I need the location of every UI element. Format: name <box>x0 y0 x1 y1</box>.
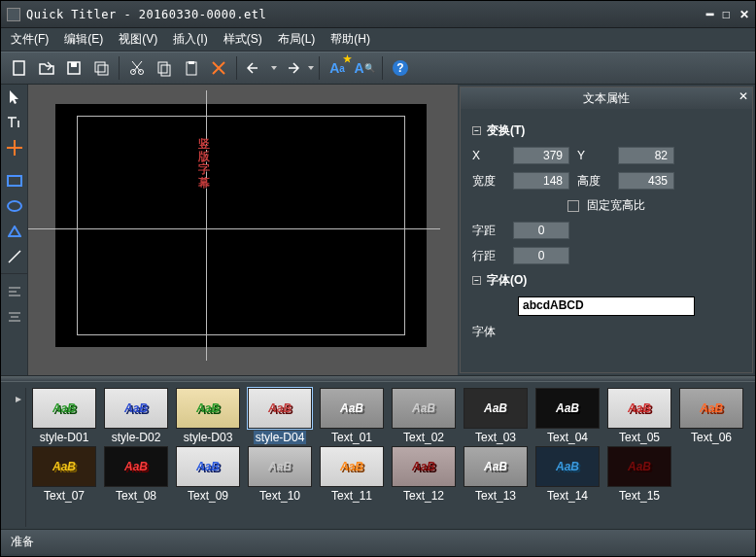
redo-dropdown[interactable] <box>308 66 314 70</box>
style-caption: style-D04 <box>254 431 307 444</box>
style-thumb: AaB <box>464 388 528 429</box>
delete-button[interactable] <box>206 55 231 81</box>
transform-group-header[interactable]: − 变换(T) <box>472 122 740 139</box>
style-preset-style-D04[interactable]: AaBstyle-D04 <box>246 388 314 444</box>
style-preset-style-D01[interactable]: AaBstyle-D01 <box>30 388 98 444</box>
style-picker-button[interactable]: Aa★ <box>325 55 350 81</box>
panel-header[interactable]: 文本属性 ✕ <box>461 87 752 109</box>
maximize-button[interactable]: □ <box>723 8 730 21</box>
y-input[interactable]: 82 <box>618 147 674 164</box>
style-gallery: ▸ AaBstyle-D01AaBstyle-D02AaBstyle-D03Aa… <box>1 381 755 529</box>
style-preset-Text_08[interactable]: AaBText_08 <box>102 446 170 503</box>
save-button[interactable] <box>61 55 86 81</box>
style-thumb: AaB <box>392 446 456 487</box>
menu-view[interactable]: 视图(V) <box>119 31 157 48</box>
style-preset-style-D03[interactable]: AaBstyle-D03 <box>174 388 242 444</box>
style-preset-Text_14[interactable]: AaBText_14 <box>533 446 601 503</box>
style-thumb: AaB <box>32 446 96 487</box>
canvas[interactable]: 竖 版 字 幕 <box>55 104 427 347</box>
open-button[interactable] <box>34 55 59 81</box>
style-thumb: AaB <box>535 388 600 429</box>
collapse-icon[interactable]: − <box>472 126 481 135</box>
zoom-fit-button[interactable]: A🔍 <box>352 55 377 81</box>
height-input[interactable]: 435 <box>618 172 674 190</box>
style-thumb: AaB <box>320 388 384 429</box>
style-preset-Text_05[interactable]: AaBText_05 <box>605 388 673 444</box>
copy-button[interactable] <box>152 55 177 81</box>
text-vertical-tool[interactable] <box>1 135 27 160</box>
style-caption: Text_05 <box>619 431 660 444</box>
style-caption: Text_04 <box>547 431 588 444</box>
width-label: 宽度 <box>472 173 505 190</box>
align-tool-1[interactable] <box>1 279 27 304</box>
style-thumb: AaB <box>32 388 96 429</box>
gallery-pin-icon[interactable]: ▸ <box>16 392 21 405</box>
title-text-object[interactable]: 竖 版 字 幕 <box>198 138 210 190</box>
menu-file[interactable]: 文件(F) <box>11 31 49 48</box>
svg-rect-7 <box>158 62 167 73</box>
menu-insert[interactable]: 插入(I) <box>173 31 207 48</box>
font-label: 字体 <box>472 324 505 340</box>
ellipse-tool[interactable] <box>1 193 27 219</box>
text-horizontal-tool[interactable] <box>1 110 27 135</box>
new-button[interactable] <box>7 55 32 81</box>
menubar: 文件(F) 编辑(E) 视图(V) 插入(I) 样式(S) 布局(L) 帮助(H… <box>1 28 755 52</box>
style-thumb: AaB <box>104 388 168 429</box>
menu-edit[interactable]: 编辑(E) <box>64 31 103 48</box>
width-input[interactable]: 148 <box>513 172 569 190</box>
style-preset-Text_11[interactable]: AaBText_11 <box>318 446 386 503</box>
select-tool[interactable] <box>1 85 27 110</box>
menu-style[interactable]: 样式(S) <box>223 31 262 48</box>
undo-button[interactable] <box>242 55 267 81</box>
panel-close-icon[interactable]: ✕ <box>739 89 748 103</box>
style-thumb: AaB <box>535 446 600 487</box>
align-tool-2[interactable] <box>1 304 27 330</box>
style-thumb: AaB <box>679 388 743 429</box>
font-group-header[interactable]: − 字体(O) <box>472 272 740 289</box>
style-preset-Text_09[interactable]: AaBText_09 <box>174 446 242 503</box>
triangle-tool[interactable] <box>1 219 27 244</box>
y-label: Y <box>577 149 610 162</box>
close-button[interactable]: ✕ <box>739 8 749 21</box>
style-caption: Text_09 <box>188 489 228 503</box>
app-icon <box>7 8 20 21</box>
style-preset-Text_01[interactable]: AaBText_01 <box>318 388 386 444</box>
menu-layout[interactable]: 布局(L) <box>278 31 316 48</box>
style-caption: Text_07 <box>44 489 85 503</box>
line-tool[interactable] <box>1 244 27 269</box>
style-preset-Text_13[interactable]: AaBText_13 <box>462 446 530 503</box>
style-preset-Text_04[interactable]: AaBText_04 <box>533 388 601 444</box>
style-preset-style-D02[interactable]: AaBstyle-D02 <box>102 388 170 444</box>
lock-aspect-label: 固定宽高比 <box>587 197 645 214</box>
style-preset-Text_10[interactable]: AaBText_10 <box>246 446 314 503</box>
style-thumb: AaB <box>607 446 671 487</box>
export-button[interactable] <box>88 55 114 81</box>
redo-button[interactable] <box>279 55 304 81</box>
style-caption: Text_15 <box>619 489 660 503</box>
style-preset-Text_15[interactable]: AaBText_15 <box>605 446 673 503</box>
collapse-icon[interactable]: − <box>472 276 481 285</box>
menu-help[interactable]: 帮助(H) <box>330 31 370 48</box>
x-input[interactable]: 379 <box>513 147 569 164</box>
style-caption: style-D03 <box>184 431 233 444</box>
statusbar: 准备 <box>1 529 755 554</box>
style-preset-Text_02[interactable]: AaBText_02 <box>390 388 458 444</box>
minimize-button[interactable]: ━ <box>706 8 713 21</box>
svg-rect-13 <box>8 176 21 186</box>
lock-aspect-checkbox[interactable] <box>567 200 579 212</box>
undo-dropdown[interactable] <box>271 66 277 70</box>
rectangle-tool[interactable] <box>1 168 27 193</box>
gallery-dock: ▸ <box>11 388 26 527</box>
paste-button[interactable] <box>179 55 204 81</box>
kerning-input[interactable]: 0 <box>513 222 569 239</box>
canvas-area[interactable]: 竖 版 字 幕 <box>28 85 458 375</box>
style-preset-Text_03[interactable]: AaBText_03 <box>462 388 530 444</box>
style-caption: Text_01 <box>331 431 372 444</box>
style-preset-Text_12[interactable]: AaBText_12 <box>390 446 458 503</box>
style-preset-Text_07[interactable]: AaBText_07 <box>30 446 98 503</box>
help-button[interactable]: ? <box>388 55 413 81</box>
titlebar: Quick Titler - 20160330-0000.etl ━ □ ✕ <box>1 1 755 28</box>
style-preset-Text_06[interactable]: AaBText_06 <box>677 388 745 444</box>
leading-input[interactable]: 0 <box>513 247 569 264</box>
cut-button[interactable] <box>124 55 150 81</box>
